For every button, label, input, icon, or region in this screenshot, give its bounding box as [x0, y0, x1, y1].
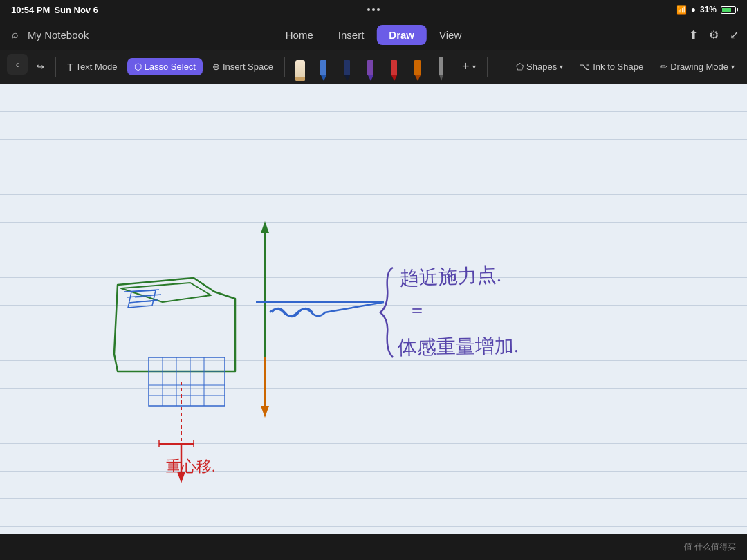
- pen-blue[interactable]: [313, 55, 335, 81]
- wifi-icon: 📶: [676, 5, 687, 15]
- pen-orange[interactable]: [407, 55, 429, 81]
- separator-1: [55, 57, 56, 77]
- redo-icon: ↪: [37, 62, 44, 72]
- pen-dark-blue[interactable]: [336, 55, 358, 81]
- drawing-mode-button[interactable]: ✏ Drawing Mode ▾: [653, 58, 741, 75]
- lasso-select-button[interactable]: ⬡ Lasso Select: [127, 58, 203, 75]
- collapse-icon[interactable]: ⤢: [730, 28, 739, 41]
- lasso-select-label: Lasso Select: [145, 62, 196, 72]
- text-mode-icon: T: [67, 62, 73, 73]
- shapes-icon: ⬠: [516, 62, 524, 72]
- svg-rect-5: [149, 357, 225, 406]
- svg-text:重心移.: 重心移.: [166, 458, 216, 475]
- insert-space-button[interactable]: ⊕ Insert Space: [205, 58, 280, 75]
- shapes-button[interactable]: ⬠ Shapes ▾: [509, 58, 570, 75]
- signal-icon: ●: [691, 5, 696, 15]
- add-icon: +: [462, 59, 470, 74]
- eraser-tool[interactable]: [289, 55, 311, 81]
- tab-view[interactable]: View: [427, 25, 474, 45]
- share-icon[interactable]: ⬆: [689, 28, 698, 41]
- battery-percent: 31%: [700, 5, 717, 15]
- tab-draw[interactable]: Draw: [376, 25, 427, 45]
- ink-to-shape-icon: ⌥: [580, 62, 590, 72]
- svg-text:＝: ＝: [408, 300, 426, 320]
- bottom-bar: 值 什么值得买: [0, 534, 747, 560]
- drawing-canvas: 趋近施力点. ＝ 体感重量增加. 重心移.: [0, 84, 747, 534]
- svg-marker-14: [261, 221, 269, 233]
- separator-2: [284, 57, 285, 77]
- pen-thin[interactable]: [430, 55, 452, 81]
- add-button[interactable]: + ▾: [455, 56, 483, 77]
- search-icon[interactable]: ⌕: [8, 28, 22, 41]
- canvas-area: 趋近施力点. ＝ 体感重量增加. 重心移.: [0, 84, 747, 534]
- time-display: 10:54 PM: [11, 5, 50, 15]
- drawing-mode-icon: ✏: [660, 62, 667, 72]
- text-mode-button[interactable]: T Text Mode: [60, 58, 124, 76]
- toolbar: ↩ ↪ T Text Mode ⬡ Lasso Select ⊕ Insert …: [0, 50, 747, 84]
- shapes-chevron: ▾: [560, 63, 563, 71]
- drawing-mode-chevron: ▾: [731, 63, 735, 71]
- pen-tools: [289, 53, 452, 81]
- svg-text:趋近施力点.: 趋近施力点.: [399, 264, 501, 289]
- svg-marker-17: [261, 406, 269, 418]
- back-button[interactable]: ‹: [7, 54, 28, 75]
- lasso-icon: ⬡: [134, 62, 142, 72]
- drawing-mode-label: Drawing Mode: [670, 62, 728, 72]
- battery-icon: [721, 6, 736, 14]
- settings-icon[interactable]: ⚙: [709, 28, 719, 41]
- shapes-label: Shapes: [526, 62, 557, 72]
- status-bar: 10:54 PM Sun Nov 6 📶 ● 31%: [0, 0, 747, 19]
- tab-insert[interactable]: Insert: [326, 25, 377, 45]
- pen-red[interactable]: [383, 55, 405, 81]
- insert-space-icon: ⊕: [212, 62, 220, 72]
- toolbar-right-group: ⬠ Shapes ▾ ⌥ Ink to Shape ✏ Drawing Mode…: [509, 58, 741, 75]
- insert-space-label: Insert Space: [223, 62, 273, 72]
- top-nav: ⌕ My Notebook Home Insert Draw View ⬆ ⚙ …: [0, 19, 747, 50]
- tab-home[interactable]: Home: [273, 25, 326, 45]
- date-display: Sun Nov 6: [54, 5, 98, 15]
- watermark-text: 值 什么值得买: [684, 541, 736, 553]
- pen-purple[interactable]: [360, 55, 382, 81]
- text-mode-label: Text Mode: [76, 62, 118, 72]
- back-icon: ‹: [16, 59, 19, 70]
- notebook-title[interactable]: My Notebook: [28, 29, 89, 41]
- ink-to-shape-button[interactable]: ⌥ Ink to Shape: [573, 58, 650, 75]
- add-chevron: ▾: [472, 63, 476, 71]
- ink-to-shape-label: Ink to Shape: [593, 62, 643, 72]
- three-dots-indicator: [367, 8, 380, 11]
- separator-3: [487, 57, 488, 77]
- redo-button[interactable]: ↪: [30, 58, 51, 75]
- svg-text:体感重量增加.: 体感重量增加.: [398, 335, 519, 358]
